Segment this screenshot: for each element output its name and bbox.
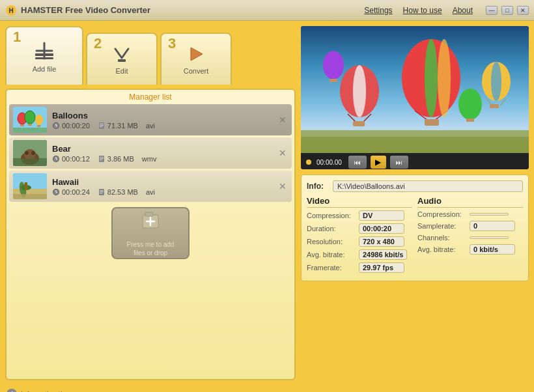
file-info-bear: Bear 00:00:12 3.86 MB wmv [52,144,272,163]
size-hawaii: 82.53 MB [98,188,138,196]
file-meta-balloons: 00:00:20 71.31 MB avi [52,122,272,130]
step-1-number: 1 [13,30,21,44]
skip-back-button[interactable]: ⏮ [348,156,367,169]
svg-rect-31 [13,158,47,166]
svg-text:H: H [8,7,13,14]
close-balloons[interactable]: ✕ [277,115,288,125]
app-title: HAMSTER Free Video Converter [21,5,364,15]
resolution-value: 720 x 480 [359,236,404,247]
duration-hawaii: 00:00:24 [52,188,90,196]
svg-rect-11 [20,124,24,126]
info-path: K:\Video\Balloons.avi [333,180,523,192]
duration-bear: 00:00:12 [52,155,90,163]
svg-rect-44 [25,182,27,190]
titlebar: H HAMSTER Free Video Converter Settings … [0,0,534,21]
steps-bar: 1 Add file 2 [5,26,296,85]
main-content: 1 Add file 2 [0,21,534,385]
video-controls: 00:00.00 ⏮ ▶ ⏭ [301,153,529,169]
resolution-label: Resolution: [307,238,359,245]
file-name-hawaii: Hawaii [52,177,272,187]
channels-field: Channels: [417,234,523,242]
audio-header: Audio [417,196,523,208]
time-display: 00:00.00 [316,159,342,166]
manager-title: Manager list [9,92,292,102]
size-balloons: 71.31 MB [98,122,138,130]
svg-rect-64 [425,119,439,126]
how-to-use-link[interactable]: How to use [403,6,442,15]
minimize-button[interactable]: — [486,6,498,15]
file-item-bear[interactable]: Bear 00:00:12 3.86 MB wmv [9,137,292,169]
titlebar-nav: Settings How to use About [364,6,473,15]
info-panel: Info: K:\Video\Balloons.avi Video Compre… [301,175,529,281]
audio-compression-label: Compression: [417,210,470,218]
edit-icon [111,44,132,64]
framerate-field: Framerate: 29.97 fps [307,262,412,273]
file-item-hawaii[interactable]: Hawaii 00:00:24 82.53 MB avi [9,171,292,202]
compression-value: DV [359,210,404,221]
info-path-row: Info: K:\Video\Balloons.avi [307,180,523,192]
video-header: Video [307,196,412,208]
thumb-bear [13,140,47,166]
file-meta-hawaii: 00:00:24 82.53 MB avi [52,188,272,196]
close-hawaii[interactable]: ✕ [277,181,288,191]
svg-rect-53 [100,193,102,193]
progress-indicator [306,160,311,165]
video-info-col: Video Compression: DV Duration: 00:00:20… [307,196,412,275]
window-controls: — □ ✕ [486,6,529,15]
add-files-label: Press me to addfiles or drop [127,240,175,257]
resolution-field: Resolution: 720 x 480 [307,236,412,247]
step-1-add-file[interactable]: 1 Add file [5,26,83,85]
avg-bitrate-value: 24986 kbit/s [359,249,407,260]
svg-point-15 [35,115,43,125]
samplerate-field: Samplerate: 0 [417,221,523,231]
svg-rect-51 [100,190,104,191]
file-list: Balloons 00:00:20 71.31 MB avi [9,104,292,202]
svg-point-79 [458,89,482,120]
svg-rect-60 [301,137,529,153]
left-panel: 1 Add file 2 [5,26,296,380]
file-info-hawaii: Hawaii 00:00:24 82.53 MB avi [52,177,272,196]
svg-point-66 [438,39,451,117]
add-files-button[interactable]: Press me to addfiles or drop [111,207,190,259]
info-label: Info: [307,182,333,191]
bottom-bar: i Information tips [0,385,534,392]
step-3-label: Convert [184,67,209,75]
audio-compression-value [470,213,509,216]
file-item-balloons[interactable]: Balloons 00:00:20 71.31 MB avi [9,104,292,135]
svg-rect-39 [100,160,102,160]
file-info-balloons: Balloons 00:00:20 71.31 MB avi [52,111,272,130]
svg-rect-80 [466,119,474,122]
svg-rect-55 [145,212,153,216]
framerate-label: Framerate: [307,264,359,272]
skip-forward-button[interactable]: ⏭ [390,156,408,169]
svg-rect-24 [100,125,104,126]
play-button[interactable]: ▶ [371,156,386,169]
svg-rect-16 [37,125,40,127]
step-3-convert[interactable]: 3 Convert [160,33,232,85]
svg-rect-23 [100,124,104,124]
settings-link[interactable]: Settings [364,6,392,15]
audio-bitrate-label: Avg. bitrate: [417,245,470,253]
step-2-number: 2 [94,36,102,51]
file-meta-bear: 00:00:12 3.86 MB wmv [52,155,272,163]
step-3-number: 3 [168,36,176,51]
video-player: 00:00.00 ⏮ ▶ ⏭ [301,26,529,169]
svg-rect-76 [490,104,499,108]
svg-rect-38 [100,158,104,159]
svg-point-73 [491,62,501,101]
avg-bitrate-label: Avg. bitrate: [307,251,359,259]
step-2-edit[interactable]: 2 Edit [86,33,158,85]
svg-rect-37 [100,157,104,158]
maximize-button[interactable]: □ [501,6,513,15]
close-bear[interactable]: ✕ [277,148,288,158]
svg-rect-4 [35,53,53,56]
svg-point-65 [425,39,438,117]
about-link[interactable]: About [453,6,473,15]
close-button[interactable]: ✕ [517,6,529,15]
svg-rect-6 [118,59,126,62]
svg-rect-14 [28,124,32,126]
audio-bitrate-field: Avg. bitrate: 0 kbit/s [417,244,523,255]
svg-rect-52 [100,191,104,192]
app-logo: H [5,5,17,16]
avg-bitrate-field: Avg. bitrate: 24986 kbit/s [307,249,412,260]
